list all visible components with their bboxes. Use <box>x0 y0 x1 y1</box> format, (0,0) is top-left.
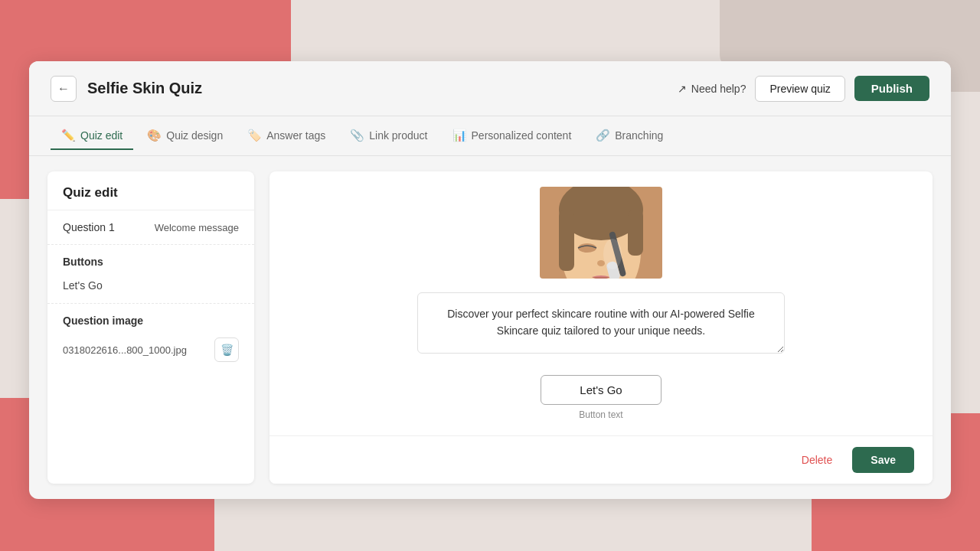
image-filename: 0318022616...800_1000.jpg <box>63 344 187 356</box>
header-actions: ↗ Need help? Preview quiz Publish <box>678 76 929 102</box>
external-link-icon: ↗ <box>678 83 687 95</box>
trash-icon: 🗑️ <box>220 344 234 356</box>
publish-button[interactable]: Publish <box>854 76 929 101</box>
page-title: Selfie Skin Quiz <box>87 80 678 97</box>
svg-point-10 <box>603 239 622 269</box>
preview-area: Discover your perfect skincare routine w… <box>270 171 933 435</box>
tab-quiz-design[interactable]: 🎨 Quiz design <box>136 122 234 150</box>
svg-point-6 <box>578 243 596 253</box>
svg-rect-3 <box>559 210 574 271</box>
tab-link-product[interactable]: 📎 Link product <box>339 122 438 150</box>
main-content: Quiz edit Question 1 Welcome message But… <box>29 156 951 499</box>
tag-icon: 🏷️ <box>247 129 262 142</box>
svg-point-7 <box>597 260 605 266</box>
app-header: ← Selfie Skin Quiz ↗ Need help? Preview … <box>29 61 951 116</box>
left-panel: Quiz edit Question 1 Welcome message But… <box>47 171 254 484</box>
delete-button[interactable]: Delete <box>791 448 843 472</box>
tab-branching[interactable]: 🔗 Branching <box>585 122 674 150</box>
chart-icon: 📊 <box>452 129 467 142</box>
svg-rect-4 <box>628 210 643 256</box>
button-item-label: Let's Go <box>63 279 103 292</box>
left-panel-title: Quiz edit <box>47 171 254 210</box>
question-image <box>540 187 662 279</box>
back-button[interactable]: ← <box>51 76 77 102</box>
button-item-row: Let's Go <box>47 274 254 304</box>
buttons-section-title: Buttons <box>47 245 254 274</box>
link-icon: 📎 <box>350 129 364 142</box>
back-icon: ← <box>57 82 70 96</box>
right-panel: Discover your perfect skincare routine w… <box>270 171 933 484</box>
lets-go-button[interactable]: Let's Go <box>541 375 661 405</box>
question-row[interactable]: Question 1 Welcome message <box>47 210 254 245</box>
button-text-hint: Button text <box>579 409 622 420</box>
bottom-action-bar: Delete Save <box>270 435 933 484</box>
save-button[interactable]: Save <box>852 447 914 473</box>
tab-answer-tags[interactable]: 🏷️ Answer tags <box>237 122 336 150</box>
pencil-icon: ✏️ <box>61 129 76 142</box>
tab-quiz-edit[interactable]: ✏️ Quiz edit <box>51 122 133 150</box>
need-help-button[interactable]: ↗ Need help? <box>678 83 746 95</box>
tab-personalized-content[interactable]: 📊 Personalized content <box>442 122 583 150</box>
palette-icon: 🎨 <box>147 129 162 142</box>
description-textarea[interactable]: Discover your perfect skincare routine w… <box>417 292 785 354</box>
delete-image-button[interactable]: 🗑️ <box>214 337 239 362</box>
question-value: Welcome message <box>155 222 239 233</box>
image-row: 0318022616...800_1000.jpg 🗑️ <box>47 333 254 374</box>
app-window: ← Selfie Skin Quiz ↗ Need help? Preview … <box>29 61 951 499</box>
preview-quiz-button[interactable]: Preview quiz <box>755 76 844 102</box>
image-section-title: Question image <box>47 304 254 333</box>
branch-icon: 🔗 <box>596 129 610 142</box>
question-label: Question 1 <box>63 221 115 233</box>
tab-bar: ✏️ Quiz edit 🎨 Quiz design 🏷️ Answer tag… <box>29 116 951 156</box>
